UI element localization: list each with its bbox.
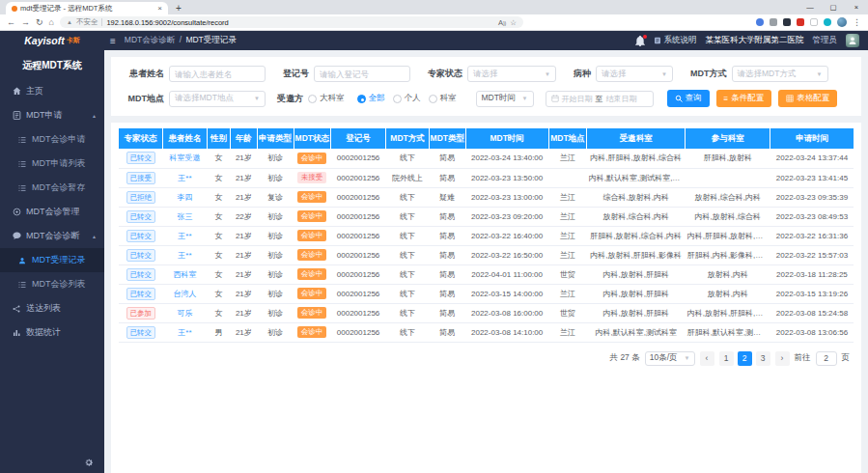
url-bar[interactable]: ▲ 不安全 192.168.0.156:9002/consultate/reco… [60, 16, 523, 28]
regno-input[interactable] [314, 66, 410, 82]
cell-participant-depts: 内科,放射科,肝胆科,测试科室 [686, 303, 770, 322]
new-tab-button[interactable]: + [176, 3, 182, 14]
next-page-button[interactable]: › [775, 351, 790, 366]
tab-close-icon[interactable]: × [157, 4, 162, 13]
date-separator: 至 [596, 94, 603, 104]
patient-name-link[interactable]: 西科室 [173, 270, 196, 279]
cell-age: 21岁 [231, 187, 257, 207]
cell-apply-type: 初诊 [257, 207, 294, 226]
filter-row-2: MDT地点 请选择MDT地点 ▼ 受邀方 大科室全部个人科室 MDT时间 ▼ [120, 90, 853, 107]
invitee-radio-科室[interactable]: 科室 [429, 93, 457, 104]
time-field-select[interactable]: MDT时间 ▼ [476, 91, 534, 107]
radio-label: 个人 [405, 93, 421, 104]
read-aloud-icon[interactable]: A)) [498, 18, 506, 27]
search-button[interactable]: 查询 [667, 90, 710, 107]
cell-mdt-time: 2022-03-22 16:40:00 [465, 226, 548, 245]
patient-name-input[interactable] [169, 66, 266, 82]
sidebar-item-mdt-accept-record[interactable]: MDT受理记录 [0, 248, 104, 272]
cell-apply-type: 初诊 [257, 149, 294, 168]
refresh-icon[interactable]: ↻ [36, 17, 43, 27]
table-row: 已转交台湾人女21岁初诊会诊中0002001256线下简易2022-03-15 … [119, 284, 854, 303]
cell-patient-name: 王** [163, 226, 208, 245]
cell-participant-depts: 放射科,综合科,内科 [686, 187, 770, 207]
table-config-button[interactable]: 表格配置 [778, 90, 837, 107]
extension-icon[interactable] [824, 18, 831, 26]
extension-icon[interactable] [770, 18, 777, 26]
extension-icon[interactable] [810, 18, 818, 26]
patient-name-link[interactable]: 台湾人 [173, 290, 196, 298]
radio-dot [393, 95, 402, 103]
page-size-select[interactable]: 10条/页 ▼ [645, 351, 695, 366]
expert-status-placeholder: 请选择 [473, 69, 498, 80]
mdt-status-badge: 会诊中 [297, 326, 327, 338]
page-size-value: 10条/页 [650, 352, 678, 364]
page-button-1[interactable]: 1 [719, 351, 734, 366]
back-icon[interactable]: ← [7, 17, 15, 27]
window-maximize-button[interactable]: ▢ [822, 0, 845, 14]
sidebar-item-mdt-apply[interactable]: MDT申请▴ [0, 103, 104, 127]
extension-icon[interactable] [756, 18, 764, 26]
table-row: 已接受王**女21岁初诊未接受0002001256院外线上简易2022-03-2… [119, 168, 854, 187]
sidebar-item-data-stats[interactable]: 数据统计 [0, 320, 104, 345]
chevron-down-icon: ▼ [685, 355, 690, 361]
mdt-status-badge: 未接受 [297, 172, 327, 183]
window-close-button[interactable]: × [845, 0, 868, 14]
sidebar-item-home[interactable]: 主页 [0, 79, 104, 103]
settings-gear-icon[interactable] [84, 458, 94, 467]
invitee-radio-全部[interactable]: 全部 [357, 93, 385, 104]
patient-name-link[interactable]: 科室受邀 [169, 153, 200, 162]
disease-select[interactable]: 请选择 ▼ [596, 66, 673, 82]
sidebar-item-label: MDT会诊申请 [32, 133, 86, 146]
browser-tab[interactable]: mdt受理记录 - 远程MDT系统 × [6, 2, 168, 14]
sidebar-item-mdt-consult-apply[interactable]: MDT会诊申请 [0, 127, 104, 152]
invitee-radio-大科室[interactable]: 大科室 [308, 93, 345, 104]
page-button-3[interactable]: 3 [756, 351, 770, 366]
expert-status-tag: 已转交 [126, 249, 156, 262]
sidebar-menu: 主页MDT申请▴MDT会诊申请MDT申请列表MDT会诊暂存MDT会诊管理MDT会… [0, 79, 104, 473]
breadcrumb-parent[interactable]: MDT会诊诊断 [125, 35, 175, 44]
sidebar-item-delivery-list[interactable]: 送达列表 [0, 296, 104, 320]
cell-mdt-time: 2022-03-08 14:10:00 [465, 322, 548, 342]
sidebar-item-mdt-consult-manage[interactable]: MDT会诊管理 [0, 200, 104, 224]
patient-name-link[interactable]: 可乐 [177, 309, 192, 318]
mdt-status-badge: 会诊中 [297, 210, 327, 222]
cell-mdt-type: 简易 [429, 149, 465, 168]
patient-name-link[interactable]: 张三 [177, 212, 192, 221]
cell-reg-no: 0002001256 [330, 245, 386, 264]
patient-name-link[interactable]: 王** [178, 174, 191, 182]
forward-icon[interactable]: → [21, 17, 30, 27]
cell-age: 21岁 [231, 322, 257, 342]
cell-invited-depts: 肝胆科,放射科,综合科,内科 [587, 226, 686, 245]
extension-icon[interactable] [783, 18, 791, 26]
bookmark-star-icon[interactable]: ☆ [510, 18, 517, 27]
sidebar-item-mdt-consult-draft[interactable]: MDT会诊暂存 [0, 176, 104, 200]
browser-home-icon[interactable]: ⌂ [49, 17, 54, 27]
sidebar-item-mdt-consult-diagnose[interactable]: MDT会诊诊断▴ [0, 224, 104, 248]
patient-name-link[interactable]: 李四 [177, 193, 192, 202]
invitee-radio-个人[interactable]: 个人 [393, 93, 421, 104]
date-range-picker[interactable]: 开始日期 至 结束日期 [546, 91, 654, 107]
page-button-2[interactable]: 2 [738, 351, 752, 366]
chart-icon [13, 329, 24, 337]
browser-profile-avatar[interactable] [837, 17, 847, 27]
mdt-location-select[interactable]: 请选择MDT地点 ▼ [169, 91, 266, 107]
prev-page-button[interactable]: ‹ [700, 351, 714, 366]
mdt-mode-select[interactable]: 请选择MDT方式 ▼ [732, 66, 828, 82]
browser-menu-icon[interactable]: ⋮ [853, 17, 861, 27]
user-avatar[interactable] [846, 34, 859, 47]
system-note-button[interactable]: 系统说明 [654, 35, 697, 46]
cell-mdt-mode: 线下 [386, 226, 429, 245]
patient-name-link[interactable]: 王** [178, 232, 191, 240]
expert-status-select[interactable]: 请选择 ▼ [467, 66, 556, 82]
window-minimize-button[interactable]: — [798, 0, 822, 14]
extension-icon[interactable] [797, 18, 804, 26]
sidebar-collapse-icon[interactable]: ≡ [110, 36, 116, 46]
notification-bell-icon[interactable] [635, 36, 645, 46]
goto-page-input[interactable] [816, 351, 837, 366]
sidebar-item-mdt-apply-list[interactable]: MDT申请列表 [0, 152, 104, 176]
sidebar-item-mdt-consult-list[interactable]: MDT会诊列表 [0, 272, 104, 296]
column-header: MDT状态 [294, 128, 330, 149]
condition-config-button[interactable]: ≡ 条件配置 [716, 90, 772, 107]
patient-name-link[interactable]: 王** [178, 328, 191, 337]
patient-name-link[interactable]: 王** [178, 251, 191, 260]
